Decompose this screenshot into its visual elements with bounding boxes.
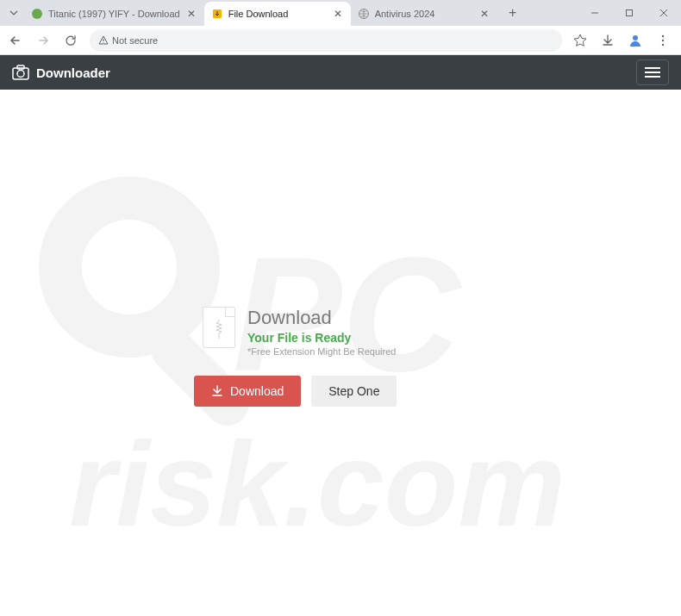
zipper-icon [216, 320, 222, 340]
download-icon [601, 34, 615, 47]
not-secure-label: Not secure [112, 35, 158, 46]
close-icon [659, 9, 668, 17]
star-icon [573, 34, 587, 47]
tab-antivirus[interactable]: Antivirus 2024 ✕ [351, 2, 497, 26]
close-icon[interactable]: ✕ [185, 8, 197, 20]
camera-icon [12, 65, 29, 80]
browser-tab-bar: Titanic (1997) YIFY - Download ✕ File Do… [0, 0, 681, 26]
kebab-icon [657, 34, 669, 47]
close-window-button[interactable] [647, 1, 681, 25]
download-button[interactable]: Download [194, 376, 301, 407]
zip-file-icon [203, 307, 235, 348]
forward-button[interactable] [34, 32, 52, 49]
brand[interactable]: Downloader [12, 65, 110, 80]
close-icon[interactable]: ✕ [332, 8, 344, 20]
globe-favicon-icon [358, 8, 370, 20]
security-indicator[interactable]: Not secure [98, 35, 158, 46]
chevron-down-icon [9, 9, 18, 17]
svg-point-11 [633, 35, 638, 40]
svg-point-16 [17, 71, 24, 78]
file-ready-label: Your File is Ready [247, 331, 478, 345]
close-icon[interactable]: ✕ [478, 8, 490, 20]
minimize-button[interactable] [578, 1, 612, 25]
tab-title: File Download [228, 9, 327, 19]
window-controls [578, 1, 681, 25]
maximize-icon [625, 9, 634, 17]
step-one-label: Step One [328, 384, 379, 398]
hamburger-line-icon [645, 76, 660, 78]
address-bar[interactable]: Not secure [90, 29, 562, 52]
page-content: Download Your File is Ready *Free Extens… [0, 90, 681, 616]
svg-rect-8 [627, 10, 633, 16]
new-tab-button[interactable]: + [501, 1, 525, 25]
hamburger-menu[interactable] [636, 59, 669, 85]
step-one-button[interactable]: Step One [311, 376, 397, 407]
svg-point-4 [32, 9, 42, 19]
arrow-left-icon [9, 34, 22, 47]
browser-toolbar: Not secure [0, 26, 681, 55]
svg-point-13 [662, 39, 664, 40]
hamburger-line-icon [645, 67, 660, 69]
profile-button[interactable] [628, 33, 643, 48]
download-title: Download [247, 307, 478, 329]
reload-button[interactable] [62, 32, 79, 49]
extension-note: *Free Extension Might Be Required [247, 346, 478, 357]
svg-rect-17 [17, 65, 24, 69]
page-navbar: Downloader [0, 55, 681, 90]
tab-titanic[interactable]: Titanic (1997) YIFY - Download ✕ [24, 2, 204, 26]
svg-point-12 [662, 34, 664, 36]
maximize-button[interactable] [612, 1, 647, 25]
svg-point-10 [103, 42, 104, 43]
svg-point-14 [662, 43, 664, 45]
tab-file-download[interactable]: File Download ✕ [204, 2, 351, 26]
tab-search-dropdown[interactable] [3, 3, 24, 23]
tab-title: Antivirus 2024 [375, 9, 473, 19]
download-button-label: Download [230, 384, 284, 398]
profile-icon [628, 34, 642, 47]
warning-icon [98, 35, 109, 46]
downloads-button[interactable] [600, 33, 615, 48]
brand-label: Downloader [36, 65, 110, 80]
yify-favicon-icon [31, 8, 43, 20]
hamburger-line-icon [645, 72, 660, 73]
download-icon [211, 385, 223, 397]
download-panel: Download Your File is Ready *Free Extens… [203, 307, 478, 407]
download-favicon-icon [211, 8, 223, 20]
tab-title: Titanic (1997) YIFY - Download [48, 9, 180, 19]
arrow-right-icon [37, 34, 49, 47]
bookmark-button[interactable] [572, 33, 588, 48]
back-button[interactable] [7, 32, 24, 49]
menu-button[interactable] [655, 33, 671, 48]
minimize-icon [590, 9, 599, 17]
reload-icon [65, 34, 77, 47]
